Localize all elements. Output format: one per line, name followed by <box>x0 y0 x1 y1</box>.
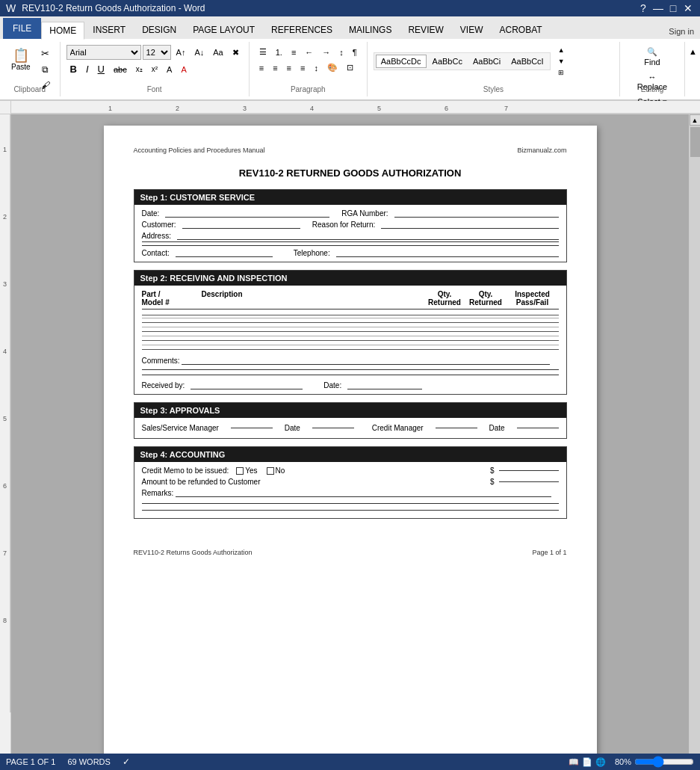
step2-header: Step 2: RECEIVING AND INSPECTION <box>134 271 566 286</box>
step3-header: Step 3: APPROVALS <box>134 403 566 418</box>
superscript-button[interactable]: x² <box>148 63 161 76</box>
style-nospaceing[interactable]: AaBbCc <box>428 55 467 67</box>
change-case-button[interactable]: Aa <box>209 46 226 59</box>
zoom-slider[interactable] <box>634 756 694 768</box>
tab-file[interactable]: FILE <box>3 18 41 39</box>
show-hide-button[interactable]: ¶ <box>349 46 361 59</box>
styles-scroll-down[interactable]: ▼ <box>555 56 568 67</box>
amount-refund-row: Amount to be refunded to Customer $ <box>142 478 559 486</box>
recv-row-1 <box>142 312 559 318</box>
clipboard-group: 📋 Paste ✂ ⧉ 🖌 Clipboard <box>0 42 61 96</box>
align-left-button[interactable]: ≡ <box>255 61 267 75</box>
close-button[interactable]: ✕ <box>682 2 694 14</box>
tab-review[interactable]: REVIEW <box>400 21 451 39</box>
editor-area: 1 2 3 4 5 6 7 8 Accounting Policies and … <box>0 114 700 769</box>
scrollbar-track <box>690 126 700 757</box>
svg-text:2: 2 <box>3 213 7 221</box>
align-right-button[interactable]: ≡ <box>283 61 295 75</box>
style-heading1[interactable]: AaBbCi <box>468 55 505 67</box>
maximize-button[interactable]: □ <box>667 2 679 14</box>
no-label: No <box>276 466 285 475</box>
horizontal-ruler: 1 2 3 4 5 6 7 <box>11 101 700 114</box>
styles-scroll-up[interactable]: ▲ <box>555 45 568 55</box>
document-page: Accounting Policies and Procedures Manua… <box>104 126 597 769</box>
numbering-button[interactable]: 1. <box>272 46 286 59</box>
scrollbar-thumb[interactable] <box>690 127 700 157</box>
yes-checkbox[interactable] <box>236 467 244 475</box>
collapse-ribbon-button[interactable]: ▲ <box>685 45 700 58</box>
no-checkbox[interactable] <box>267 467 274 475</box>
address-field2 <box>142 241 559 242</box>
shading-button[interactable]: 🎨 <box>323 61 341 75</box>
increase-indent-button[interactable]: → <box>318 46 334 59</box>
copy-button[interactable]: ⧉ <box>37 62 54 77</box>
scroll-up-button[interactable]: ▲ <box>690 114 701 126</box>
view-web-button[interactable]: 🌐 <box>595 757 606 767</box>
subscript-button[interactable]: x₂ <box>132 63 146 76</box>
tab-acrobat[interactable]: ACROBAT <box>491 21 550 39</box>
step4-box: Step 4: ACCOUNTING Credit Memo to be iss… <box>134 446 567 519</box>
view-read-button[interactable]: 📖 <box>569 757 579 767</box>
shrink-font-button[interactable]: A↓ <box>191 46 208 59</box>
tab-home[interactable]: HOME <box>41 22 84 40</box>
recv-table-header: Part /Model # Description Qty.Returned Q… <box>142 290 559 309</box>
tab-page-layout[interactable]: PAGE LAYOUT <box>185 21 263 39</box>
text-highlight-button[interactable]: A <box>163 63 176 76</box>
bullets-button[interactable]: ☰ <box>255 45 270 59</box>
scroll-area[interactable]: Accounting Policies and Procedures Manua… <box>11 114 689 769</box>
borders-button[interactable]: ⊡ <box>343 61 357 75</box>
decrease-indent-button[interactable]: ← <box>301 46 317 59</box>
word-count: 69 WORDS <box>67 757 110 766</box>
justify-button[interactable]: ≡ <box>297 61 309 75</box>
strikethrough-button[interactable]: abc <box>110 63 131 76</box>
header-right: Bizmanualz.com <box>517 147 566 154</box>
tab-mailings[interactable]: MAILINGS <box>341 21 400 39</box>
grow-font-button[interactable]: A↑ <box>173 46 190 59</box>
style-normal[interactable]: AaBbCcDc <box>376 55 427 68</box>
doc-header: Accounting Policies and Procedures Manua… <box>134 147 567 154</box>
minimize-button[interactable]: — <box>652 2 664 14</box>
tab-design[interactable]: DESIGN <box>134 21 185 39</box>
zoom-level: 80% <box>615 757 631 766</box>
font-size-select[interactable]: 12 <box>143 45 171 60</box>
svg-text:8: 8 <box>3 617 7 624</box>
recv-row-5 <box>142 345 559 354</box>
tab-insert[interactable]: INSERT <box>84 21 134 39</box>
remarks-field2 <box>142 503 559 504</box>
step2-box: Step 2: RECEIVING AND INSPECTION Part /M… <box>134 270 567 395</box>
underline-button[interactable]: U <box>94 61 108 77</box>
font-family-select[interactable]: Arial <box>66 45 141 60</box>
help-button[interactable]: ? <box>637 2 649 14</box>
yes-checkbox-group: Yes <box>236 466 257 475</box>
proofing-icon[interactable]: ✓ <box>123 757 130 767</box>
cut-button[interactable]: ✂ <box>37 46 54 61</box>
clear-format-button[interactable]: ✖ <box>229 46 243 60</box>
tab-view[interactable]: VIEW <box>452 21 492 39</box>
footer-right: Page 1 of 1 <box>532 549 566 556</box>
telephone-field <box>336 249 559 257</box>
font-color-button[interactable]: A <box>177 63 190 76</box>
style-heading2[interactable]: AaBbCcI <box>507 55 548 67</box>
date-label: Date: <box>142 209 160 218</box>
italic-button[interactable]: I <box>82 61 93 77</box>
vertical-scrollbar[interactable]: ▲ ▼ <box>689 114 700 769</box>
bold-button[interactable]: B <box>66 61 81 77</box>
step4-content: Credit Memo to be issued: Yes No $ <box>134 462 566 518</box>
view-print-button[interactable]: 📄 <box>582 757 592 767</box>
sign-in-link[interactable]: Sign in <box>663 24 700 39</box>
multilevel-button[interactable]: ≡ <box>288 46 300 59</box>
recv-row-4 <box>142 336 559 345</box>
paste-button[interactable]: 📋 Paste <box>6 45 36 90</box>
line-spacing-button[interactable]: ↕ <box>310 61 322 75</box>
step1-header: Step 1: CUSTOMER SERVICE <box>134 190 566 205</box>
align-center-button[interactable]: ≡ <box>269 61 281 75</box>
ruler-corner <box>0 101 11 114</box>
find-button[interactable]: 🔍Find <box>626 45 678 69</box>
date1-label: Date <box>285 424 300 432</box>
remarks-line3 <box>142 510 559 511</box>
address-row3 <box>142 245 559 246</box>
address-row1: Address: <box>142 232 559 240</box>
sort-button[interactable]: ↕ <box>335 46 347 59</box>
styles-expand[interactable]: ⊞ <box>555 67 568 78</box>
tab-references[interactable]: REFERENCES <box>263 21 341 39</box>
